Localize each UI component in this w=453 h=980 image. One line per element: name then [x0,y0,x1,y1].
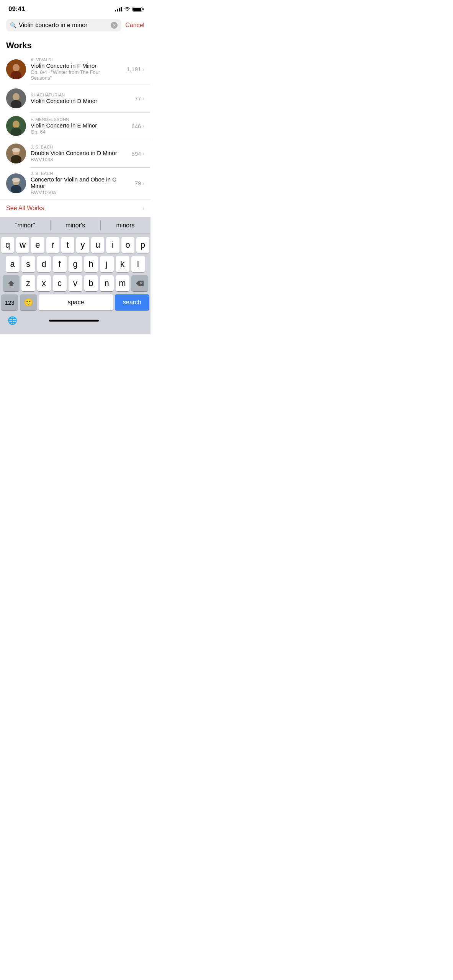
key-row-4: 123 🙂 space search [1,294,149,310]
work-count: 79 [135,180,141,186]
composer-avatar [6,59,26,79]
key-t[interactable]: t [61,237,74,253]
key-row-3: z x c v b n m [1,275,149,291]
status-bar: 09:41 [0,0,150,16]
work-count: 646 [131,123,141,129]
see-all-label: See All Works [6,205,44,212]
key-j[interactable]: j [100,256,114,272]
composer-avatar [6,116,26,136]
key-y[interactable]: y [76,237,89,253]
work-item-mendelssohn-violin-e-minor[interactable]: F. MENDELSSOHN Violin Concerto in E Mino… [0,112,150,140]
work-composer: F. MENDELSSOHN [31,117,127,122]
key-i[interactable]: i [106,237,119,253]
key-w[interactable]: w [16,237,29,253]
key-n[interactable]: n [100,275,114,291]
work-chevron-icon: › [142,180,144,186]
key-k[interactable]: k [116,256,129,272]
svg-point-7 [13,121,20,128]
search-icon: 🔍 [10,22,16,28]
key-b[interactable]: b [84,275,98,291]
search-input[interactable] [19,22,108,29]
work-item-bach-violin-oboe-c-minor[interactable]: J. S. BACH Concerto for Violin and Oboe … [0,167,150,199]
key-s[interactable]: s [21,256,35,272]
key-o[interactable]: o [121,237,134,253]
svg-point-4 [13,93,20,101]
key-d[interactable]: d [37,256,51,272]
svg-point-1 [13,64,20,72]
key-c[interactable]: c [53,275,67,291]
work-chevron-icon: › [142,123,144,129]
suggestion-minor-quoted[interactable]: "minor" [0,217,50,234]
key-u[interactable]: u [91,237,104,253]
composer-avatar [6,88,26,108]
work-title: Violin Concerto in F Minor [31,62,122,69]
work-title: Violin Concerto in E Minor [31,122,127,129]
status-icons [115,7,142,12]
section-title: Works [0,36,150,54]
keyboard-rows: q w e r t y u i o p a s d f g h j k l [0,234,150,312]
work-item-khachaturian-violin-d-minor[interactable]: KHACHATURIAN Violin Concerto in D Minor … [0,85,150,112]
key-a[interactable]: a [6,256,20,272]
key-v[interactable]: v [69,275,82,291]
work-count: 1,191 [127,66,141,72]
work-info: F. MENDELSSOHN Violin Concerto in E Mino… [31,117,127,135]
suggestion-minors-plural[interactable]: minors [100,217,150,234]
work-composer: A. VIVALDI [31,57,122,62]
backspace-key[interactable] [131,275,148,291]
key-z[interactable]: z [21,275,35,291]
key-e[interactable]: e [31,237,44,253]
key-m[interactable]: m [116,275,129,291]
search-input-wrap[interactable]: 🔍 ✕ [6,19,121,31]
search-bar: 🔍 ✕ Cancel [0,16,150,36]
work-count: 594 [131,150,141,157]
home-indicator [49,320,99,322]
suggestion-minors-possessive[interactable]: minor's [50,217,100,234]
work-info: J. S. BACH Concerto for Violin and Oboe … [31,171,130,195]
work-subtitle: Op. 8/4 · "Winter from The Four Seasons" [31,69,122,81]
work-item-vivaldi-violin-f-minor[interactable]: A. VIVALDI Violin Concerto in F Minor Op… [0,54,150,85]
key-q[interactable]: q [1,237,14,253]
work-info: A. VIVALDI Violin Concerto in F Minor Op… [31,57,122,81]
composer-avatar [6,173,26,193]
signal-icon [115,7,122,11]
suggestions-row: "minor" minor's minors [0,217,150,234]
svg-point-12 [12,148,20,152]
work-meta: 77 › [135,95,144,102]
search-key[interactable]: search [115,294,149,310]
key-row-2: a s d f g h j k l [1,256,149,272]
work-subtitle: Op. 64 [31,129,127,135]
work-chevron-icon: › [142,150,144,157]
works-section: Works A. VIVALDI Violin Concerto in F Mi… [0,36,150,217]
work-title: Double Violin Concerto in D Minor [31,150,127,156]
numbers-key[interactable]: 123 [1,294,18,310]
see-all-works-button[interactable]: See All Works › [0,199,150,217]
key-x[interactable]: x [37,275,51,291]
works-list: A. VIVALDI Violin Concerto in F Minor Op… [0,54,150,199]
key-g[interactable]: g [69,256,82,272]
work-count: 77 [135,95,141,102]
status-time: 09:41 [8,5,25,13]
globe-keyboard-button[interactable]: 🌐 [6,314,19,327]
space-key[interactable]: space [39,294,113,310]
key-r[interactable]: r [46,237,59,253]
see-all-chevron-icon: › [142,205,144,211]
cancel-button[interactable]: Cancel [125,22,144,29]
key-f[interactable]: f [53,256,67,272]
bottom-bar: 🌐 [0,312,150,334]
keyboard: "minor" minor's minors q w e r t y u i o… [0,217,150,334]
clear-search-button[interactable]: ✕ [111,22,118,29]
svg-point-16 [12,178,20,182]
work-composer: J. S. BACH [31,145,127,149]
work-composer: J. S. BACH [31,171,130,176]
work-item-bach-double-violin-d-minor[interactable]: J. S. BACH Double Violin Concerto in D M… [0,140,150,167]
key-h[interactable]: h [84,256,98,272]
emoji-key[interactable]: 🙂 [20,294,37,310]
work-composer: KHACHATURIAN [31,93,130,97]
composer-avatar [6,144,26,163]
key-l[interactable]: l [131,256,145,272]
work-subtitle: BWV1060a [31,189,130,195]
wifi-icon [124,7,130,12]
work-meta: 79 › [135,180,144,186]
key-p[interactable]: p [136,237,149,253]
shift-key[interactable] [3,275,20,291]
